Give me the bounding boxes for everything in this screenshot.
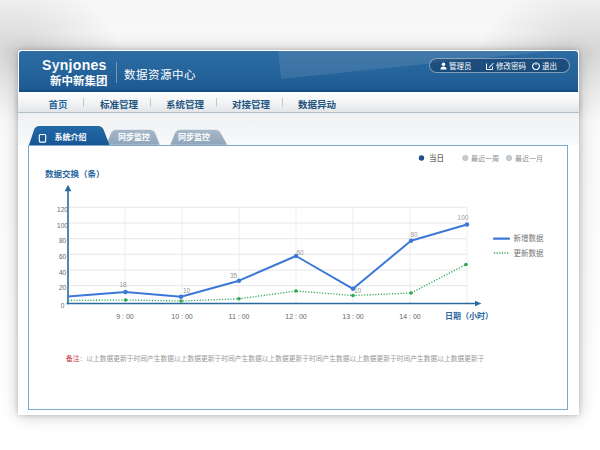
svg-text:60: 60: [59, 253, 67, 260]
svg-text:10 : 00: 10 : 00: [171, 313, 193, 320]
svg-text:100: 100: [57, 222, 68, 229]
svg-text:数据交换（条）: 数据交换（条）: [45, 169, 105, 179]
svg-text:最近一月: 最近一月: [515, 154, 543, 163]
svg-text:11 : 00: 11 : 00: [229, 313, 250, 320]
svg-text:35: 35: [230, 272, 238, 279]
svg-text:0: 0: [61, 302, 65, 309]
svg-text:日期（小时）: 日期（小时）: [445, 311, 493, 321]
svg-text:12 : 00: 12 : 00: [285, 313, 307, 320]
svg-text:同步监控: 同步监控: [118, 132, 150, 142]
svg-text:13 : 00: 13 : 00: [342, 313, 364, 320]
svg-text:更新数据: 更新数据: [514, 248, 544, 258]
svg-text:80: 80: [59, 237, 67, 244]
svg-text:14 : 00: 14 : 00: [399, 313, 421, 320]
svg-text:80: 80: [410, 231, 418, 238]
svg-text:当日: 当日: [429, 153, 444, 163]
svg-text:20: 20: [59, 284, 67, 291]
svg-text:新增数据: 新增数据: [514, 233, 544, 243]
svg-text:120: 120: [57, 206, 68, 213]
svg-text:10: 10: [354, 287, 362, 294]
svg-text:18: 18: [119, 281, 127, 288]
svg-text:系统介绍: 系统介绍: [54, 132, 86, 142]
svg-text:10: 10: [183, 287, 191, 294]
svg-text:最近一周: 最近一周: [471, 154, 499, 163]
svg-text:100: 100: [458, 214, 469, 221]
svg-text:9 : 00: 9 : 00: [116, 313, 134, 320]
svg-text:60: 60: [296, 249, 304, 256]
svg-text:40: 40: [59, 269, 67, 276]
svg-text:同步监控: 同步监控: [178, 132, 210, 142]
